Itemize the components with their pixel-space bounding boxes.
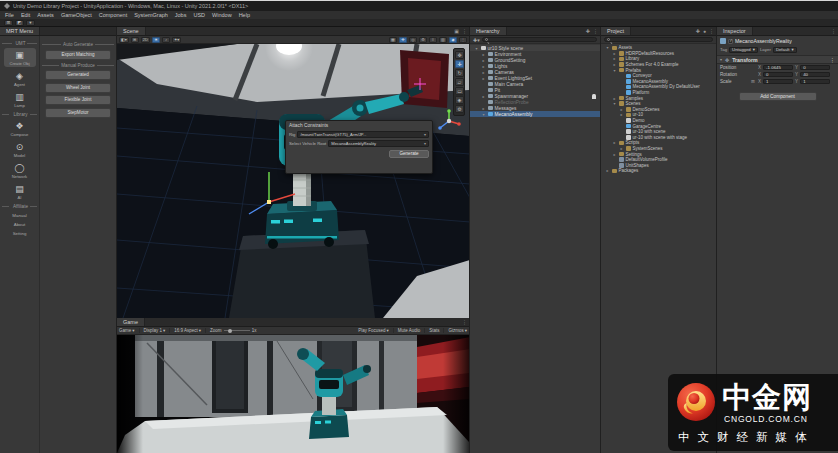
action-entry[interactable]: Wheel Joint bbox=[45, 83, 111, 93]
tool-button[interactable]: ▱ bbox=[455, 78, 464, 86]
rail-entry[interactable]: ⊙ Model bbox=[4, 140, 36, 159]
menu-item-help[interactable]: Help bbox=[239, 12, 250, 18]
tab-mrt-menu[interactable]: MRT Menu bbox=[0, 27, 40, 35]
expand-arrow-icon[interactable]: ▸ bbox=[612, 51, 617, 56]
toolbar-chip[interactable]: ◩ bbox=[15, 20, 24, 26]
expand-arrow-icon[interactable]: ▾ bbox=[605, 45, 610, 50]
inspector-menu-icon[interactable]: ⋮ bbox=[831, 28, 836, 34]
axis-x-field[interactable]: 1 bbox=[763, 79, 793, 85]
tool-button[interactable]: ◈ bbox=[455, 96, 464, 104]
scene-maximize-icon[interactable]: ▣ bbox=[454, 28, 459, 34]
orientation-gizmo[interactable] bbox=[436, 108, 462, 134]
add-component-button[interactable]: Add Component bbox=[739, 92, 817, 101]
rail-entry[interactable]: ◈ Agent bbox=[4, 69, 36, 88]
scene-toolbar-toggle[interactable]: ◈ bbox=[449, 37, 457, 43]
menu-item-usd[interactable]: USD bbox=[193, 12, 205, 18]
scene-toolbar-chip[interactable]: ⊞ bbox=[131, 37, 139, 43]
rail-entry[interactable]: Affiliate bbox=[2, 204, 37, 209]
game-view-dropdown[interactable]: Game▾ bbox=[119, 328, 135, 333]
expand-arrow-icon[interactable]: ▸ bbox=[481, 106, 486, 111]
expand-arrow-icon[interactable]: ▸ bbox=[481, 58, 486, 63]
action-entry[interactable]: Manual Produce bbox=[42, 63, 114, 68]
aspect-dropdown[interactable]: 16:9 Aspect▾ bbox=[174, 328, 201, 333]
project-searchbox[interactable] bbox=[604, 37, 713, 43]
scene-viewport[interactable]: Attach Constraints Rig /mount/TwinTransi… bbox=[117, 44, 470, 318]
scene-toolbar-toggle[interactable]: ✛ bbox=[399, 37, 407, 43]
expand-arrow-icon[interactable]: ▸ bbox=[481, 64, 486, 69]
expand-arrow-icon[interactable]: ▸ bbox=[612, 140, 617, 145]
hierarchy-create-icon[interactable]: ✚▾ bbox=[473, 37, 480, 43]
menu-item-file[interactable]: File bbox=[5, 12, 14, 18]
scene-toolbar-chip[interactable]: 2D bbox=[141, 37, 150, 43]
menu-item-jobs[interactable]: Jobs bbox=[175, 12, 187, 18]
hierarchy-searchbox[interactable] bbox=[482, 37, 597, 43]
tab-inspector[interactable]: Inspector bbox=[717, 27, 753, 35]
scene-toolbar-toggle[interactable]: ◎ bbox=[409, 37, 417, 43]
scene-menu-icon[interactable]: ⋮ bbox=[462, 28, 467, 34]
axis-y-field[interactable]: 1 bbox=[800, 79, 830, 85]
axis-x-field[interactable]: 0 bbox=[763, 72, 793, 78]
hierarchy-search-input[interactable] bbox=[490, 37, 594, 42]
rail-entry[interactable]: ❖ Compose bbox=[4, 119, 36, 138]
dialog-field-value[interactable]: MecanoAssemblyReality▾ bbox=[328, 140, 429, 147]
rail-entry[interactable]: Library bbox=[2, 112, 37, 117]
axis-x-field[interactable]: -1.0645 bbox=[763, 65, 793, 71]
generate-button[interactable]: Generate bbox=[389, 150, 429, 158]
rail-entry[interactable]: ▥ Lamp bbox=[4, 90, 36, 109]
rail-entry[interactable]: ▤ AI bbox=[4, 182, 36, 201]
play-focused-dropdown[interactable]: Play Focused▾ bbox=[358, 328, 389, 333]
expand-arrow-icon[interactable]: ▸ bbox=[619, 146, 624, 151]
expand-arrow-icon[interactable]: ▸ bbox=[605, 168, 610, 173]
rail-entry[interactable]: ◯ Network bbox=[4, 161, 36, 180]
project-menu-icon[interactable]: ⋮ bbox=[709, 28, 714, 34]
layer-dropdown[interactable]: Default▾ bbox=[773, 47, 797, 54]
expand-arrow-icon[interactable]: ▸ bbox=[612, 62, 617, 67]
scene-toolbar-chip[interactable]: ✦▾ bbox=[172, 37, 181, 43]
gizmos-dropdown[interactable]: Gizmos▾ bbox=[448, 328, 467, 333]
hierarchy-add-icon[interactable]: ✚ bbox=[586, 28, 590, 34]
action-entry[interactable]: Auto Generate bbox=[42, 42, 114, 47]
scene-toolbar-toggle[interactable]: ≡ bbox=[429, 37, 437, 43]
project-lock-icon[interactable]: ● bbox=[703, 28, 706, 34]
expand-arrow-icon[interactable]: ▾ bbox=[474, 46, 479, 51]
scene-toolbar-chip[interactable]: ♪ bbox=[162, 37, 170, 43]
hierarchy-row[interactable]: ▾ MecanoAssembly bbox=[470, 111, 600, 117]
menu-item-edit[interactable]: Edit bbox=[21, 12, 30, 18]
scale-link-icon[interactable]: ⊞ bbox=[750, 79, 756, 84]
tool-button[interactable]: ✥ bbox=[455, 51, 464, 59]
menu-item-window[interactable]: Window bbox=[212, 12, 232, 18]
transform-component-header[interactable]: ▾ ✥ Transform ⋮ bbox=[717, 56, 838, 64]
project-row[interactable]: ▸ Packages bbox=[601, 168, 716, 174]
scene-toolbar-toggle[interactable]: ▥ bbox=[439, 37, 447, 43]
expand-arrow-icon[interactable]: ▾ bbox=[612, 101, 617, 106]
toolbar-chip[interactable]: ⊞ bbox=[4, 20, 13, 26]
tool-button[interactable]: ↻ bbox=[455, 69, 464, 77]
expand-arrow-icon[interactable]: ▸ bbox=[612, 96, 617, 101]
action-entry[interactable]: Generated bbox=[45, 70, 111, 80]
action-entry[interactable]: Flexible Joint bbox=[45, 95, 111, 105]
expand-arrow-icon[interactable]: ▸ bbox=[481, 94, 486, 99]
menu-item-systemgraph[interactable]: SystemGraph bbox=[134, 12, 168, 18]
tab-hierarchy[interactable]: Hierarchy bbox=[470, 27, 507, 35]
project-add-icon[interactable]: ✚ bbox=[696, 28, 700, 34]
dialog-field-value[interactable]: /mount/TwinTransit(GT75)_Arm/JP...▾ bbox=[297, 131, 429, 138]
toolbar-chip[interactable]: ▾ bbox=[26, 20, 35, 26]
action-entry[interactable]: StepMotor bbox=[45, 108, 111, 118]
tool-button[interactable]: ▭ bbox=[455, 87, 464, 95]
expand-arrow-icon[interactable]: ▸ bbox=[619, 107, 624, 112]
menu-item-gameobject[interactable]: GameObject bbox=[61, 12, 92, 18]
action-entry[interactable]: Export Matching bbox=[45, 50, 111, 60]
menu-item-component[interactable]: Component bbox=[99, 12, 127, 18]
expand-arrow-icon[interactable]: ▸ bbox=[612, 152, 617, 157]
expand-arrow-icon[interactable]: ▾ bbox=[612, 68, 617, 73]
scene-toolbar-toggle[interactable]: ⋮ bbox=[459, 37, 467, 43]
axis-y-field[interactable]: 40 bbox=[800, 72, 830, 78]
menu-item-assets[interactable]: Assets bbox=[37, 12, 54, 18]
scene-toolbar-chip[interactable]: ☀ bbox=[152, 37, 160, 43]
display-dropdown[interactable]: Display 1▾ bbox=[144, 328, 166, 333]
scene-toolbar-toggle[interactable]: ⚙ bbox=[419, 37, 427, 43]
expand-arrow-icon[interactable]: ▸ bbox=[481, 70, 486, 75]
expand-arrow-icon[interactable]: ▸ bbox=[481, 76, 486, 81]
hierarchy-menu-icon[interactable]: ⋮ bbox=[593, 28, 598, 34]
rail-entry[interactable]: About bbox=[0, 222, 39, 227]
